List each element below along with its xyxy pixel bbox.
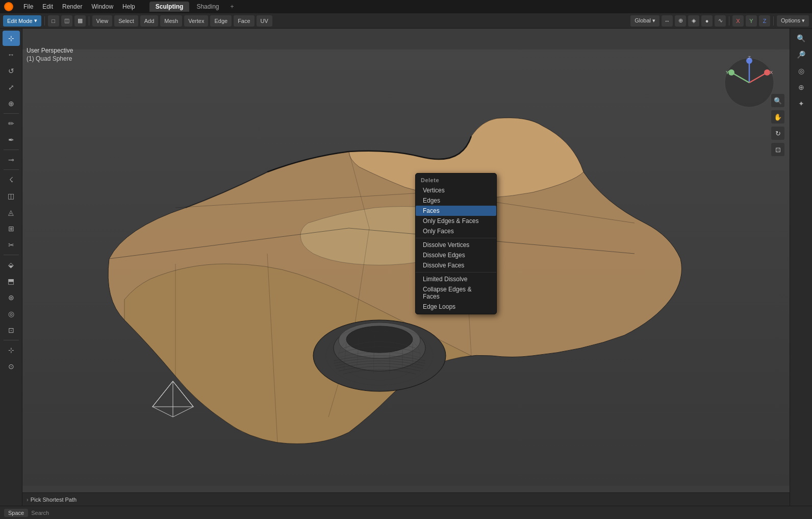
mode-dropdown-icon: ▾ [34, 17, 37, 24]
right-sidebar: 🔍 🔎 ◎ ⊕ ✦ [790, 29, 812, 507]
inset-tool-icon[interactable]: ◫ [3, 188, 20, 204]
draw-tool-icon[interactable]: ✒ [3, 132, 20, 147]
toolbar-sep-3 [729, 16, 729, 26]
shrink-fatten-tool-icon[interactable]: ⊹ [3, 342, 20, 358]
pick-path-arrow-icon: › [27, 497, 29, 503]
view-menu-button[interactable]: View [92, 15, 113, 27]
svg-point-16 [728, 69, 734, 76]
snap-button[interactable]: ↔ [662, 15, 673, 27]
menu-render[interactable]: Render [58, 2, 86, 11]
menu-item-vertices[interactable]: Vertices [416, 185, 496, 195]
sidebar-sep-2 [4, 150, 19, 150]
measure-tool-icon[interactable]: ⊸ [3, 152, 20, 167]
edge-slide-tool-icon[interactable]: ⊡ [3, 323, 20, 338]
shear-tool-icon[interactable]: ⊙ [3, 359, 20, 374]
menu-item-dissolve-vertices[interactable]: Dissolve Vertices [416, 240, 496, 250]
sidebar-sep-3 [4, 169, 19, 170]
orbit-icon[interactable]: ↻ [771, 127, 784, 140]
menu-item-limited-dissolve[interactable]: Limited Dissolve [416, 274, 496, 284]
bevel-tool-icon[interactable]: ◬ [3, 205, 20, 220]
menu-file[interactable]: File [19, 2, 37, 11]
edge-menu-button[interactable]: Edge [210, 15, 232, 27]
zoom-out-icon[interactable]: 🔎 [793, 47, 810, 62]
viewport-nav-icons: 🔍 ✋ ↻ ⊡ [771, 94, 784, 156]
smooth-tool-icon[interactable]: ⊛ [3, 290, 20, 305]
add-menu-button[interactable]: Add [140, 15, 159, 27]
rotate-tool-icon[interactable]: ↺ [3, 63, 20, 79]
space-button[interactable]: Space [4, 509, 28, 517]
toolbar-sep-4 [773, 16, 774, 26]
camera-persp-icon[interactable]: ⊡ [771, 143, 784, 156]
render-view-icon[interactable]: ✦ [793, 96, 810, 111]
edit-mode-button[interactable]: Edit Mode ▾ [3, 15, 41, 27]
loop-cut-tool-icon[interactable]: ⊞ [3, 221, 20, 236]
menu-item-faces[interactable]: Faces [416, 206, 496, 216]
camera-view-icon[interactable]: ⊕ [793, 80, 810, 95]
transform-tool-icon[interactable]: ⊕ [3, 96, 20, 111]
face-menu-button[interactable]: Face [234, 15, 254, 27]
zoom-icon[interactable]: 🔍 [771, 94, 784, 107]
randomize-tool-icon[interactable]: ◎ [3, 306, 20, 322]
menu-window[interactable]: Window [87, 2, 117, 11]
global-transform-button[interactable]: Global ▾ [630, 15, 659, 27]
edit-mode-label: Edit Mode [7, 18, 33, 24]
proportional-edit-button[interactable]: ⊕ [675, 15, 686, 27]
title-menu: File Edit Render Window Help [19, 2, 139, 11]
pick-path-label: Pick Shortest Path [31, 497, 77, 503]
bottom-bar: Space Search [0, 506, 812, 519]
toolbar-sep-2 [89, 16, 89, 26]
z-axis-button[interactable]: Z [759, 15, 770, 27]
menu-item-collapse-edges-faces[interactable]: Collapse Edges & Faces [416, 284, 496, 302]
spin-tool-icon[interactable]: ⬒ [3, 274, 20, 289]
menu-item-only-faces[interactable]: Only Faces [416, 226, 496, 236]
search-label: Search [31, 510, 49, 516]
mesh-menu-button[interactable]: Mesh [160, 15, 182, 27]
menu-item-dissolve-faces[interactable]: Dissolve Faces [416, 260, 496, 270]
overlay-icon-2[interactable]: ◫ [61, 15, 72, 27]
x-axis-button[interactable]: X [732, 15, 744, 27]
xray-button[interactable]: ● [701, 15, 713, 27]
overlay-button[interactable]: ◈ [688, 15, 699, 27]
toolbar-right: Global ▾ ↔ ⊕ ◈ ● ∿ X Y Z Options ▾ [630, 15, 809, 27]
app-logo [4, 2, 13, 11]
menu-item-dissolve-edges[interactable]: Dissolve Edges [416, 250, 496, 260]
title-bar: File Edit Render Window Help Sculpting S… [0, 0, 812, 13]
poly-build-tool-icon[interactable]: ⬙ [3, 257, 20, 273]
svg-text:X: X [770, 70, 773, 75]
menu-item-edge-loops[interactable]: Edge Loops [416, 302, 496, 312]
add-tab-button[interactable]: + [226, 2, 238, 12]
uv-menu-button[interactable]: UV [257, 15, 272, 27]
viewport[interactable]: Z X Y User Perspective (1) Quad Sphere 🔍… [22, 43, 790, 492]
vertex-menu-button[interactable]: Vertex [184, 15, 208, 27]
menu-edit[interactable]: Edit [38, 2, 57, 11]
cursor-tool-icon[interactable]: ⊹ [3, 31, 20, 46]
annotate-tool-icon[interactable]: ✏ [3, 116, 20, 131]
top-toolbar: Edit Mode ▾ □ ◫ ▦ View Select Add Mesh V… [0, 13, 812, 29]
select-menu-button[interactable]: Select [114, 15, 138, 27]
options-button[interactable]: Options ▾ [777, 15, 809, 27]
menu-help[interactable]: Help [118, 2, 139, 11]
pan-icon[interactable]: ✋ [771, 110, 784, 123]
viewport-shading-button[interactable]: ∿ [715, 15, 726, 27]
menu-item-edges[interactable]: Edges [416, 195, 496, 206]
zoom-fit-icon[interactable]: ◎ [793, 63, 810, 79]
sidebar-sep-1 [4, 113, 19, 114]
menu-item-only-edges-faces[interactable]: Only Edges & Faces [416, 216, 496, 226]
viewport-zoom-icon[interactable]: 🔍 [793, 31, 810, 46]
toolbar-sep-1 [44, 16, 45, 26]
left-sidebar: ⊹ ↔ ↺ ⤢ ⊕ ✏ ✒ ⊸ ☇ ◫ ◬ ⊞ ✂ ⬙ ⬒ ⊛ ◎ ⊡ ⊹ ⊙ [0, 29, 22, 507]
pick-shortest-path-button[interactable]: › Pick Shortest Path [27, 497, 77, 503]
sidebar-sep-5 [4, 340, 19, 340]
move-tool-icon[interactable]: ↔ [3, 47, 20, 62]
extrude-tool-icon[interactable]: ☇ [3, 172, 20, 187]
svg-text:Z: Z [748, 55, 751, 60]
y-axis-button[interactable]: Y [746, 15, 757, 27]
scale-tool-icon[interactable]: ⤢ [3, 80, 20, 95]
overlay-icon-1[interactable]: □ [48, 15, 59, 27]
tab-shading[interactable]: Shading [190, 2, 225, 12]
context-menu: Delete Vertices Edges Faces Only Edges &… [415, 173, 497, 314]
menu-sep-1 [416, 238, 496, 238]
overlay-icon-3[interactable]: ▦ [74, 15, 86, 27]
knife-tool-icon[interactable]: ✂ [3, 237, 20, 253]
tab-sculpting[interactable]: Sculpting [149, 2, 190, 12]
